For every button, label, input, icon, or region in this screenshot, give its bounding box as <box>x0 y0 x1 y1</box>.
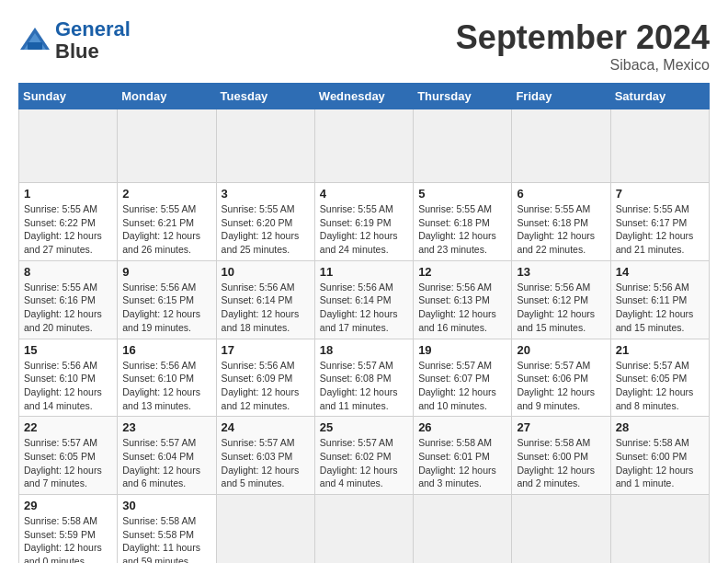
day-number: 9 <box>122 265 210 279</box>
day-info: Sunrise: 5:56 AM Sunset: 6:14 PM Dayligh… <box>320 281 408 335</box>
calendar-cell: 23Sunrise: 5:57 AM Sunset: 6:04 PM Dayli… <box>118 417 216 495</box>
day-info: Sunrise: 5:57 AM Sunset: 6:02 PM Dayligh… <box>320 436 408 490</box>
day-number: 6 <box>517 187 605 201</box>
calendar-cell: 29Sunrise: 5:58 AM Sunset: 5:59 PM Dayli… <box>19 495 118 564</box>
day-number: 12 <box>418 265 506 279</box>
calendar-cell: 3Sunrise: 5:55 AM Sunset: 6:20 PM Daylig… <box>216 183 314 261</box>
day-number: 14 <box>616 265 704 279</box>
day-number: 4 <box>320 187 408 201</box>
day-info: Sunrise: 5:56 AM Sunset: 6:10 PM Dayligh… <box>24 359 112 413</box>
day-info: Sunrise: 5:55 AM Sunset: 6:18 PM Dayligh… <box>418 202 506 257</box>
calendar-cell: 4Sunrise: 5:55 AM Sunset: 6:19 PM Daylig… <box>314 183 413 261</box>
day-info: Sunrise: 5:55 AM Sunset: 6:18 PM Dayligh… <box>517 202 605 257</box>
month-title: September 2024 <box>456 18 710 57</box>
day-info: Sunrise: 5:55 AM Sunset: 6:20 PM Dayligh… <box>222 202 310 257</box>
calendar-cell: 14Sunrise: 5:56 AM Sunset: 6:11 PM Dayli… <box>610 260 709 339</box>
calendar-cell: 25Sunrise: 5:57 AM Sunset: 6:02 PM Dayli… <box>314 417 413 495</box>
calendar-cell: 15Sunrise: 5:56 AM Sunset: 6:10 PM Dayli… <box>19 339 118 417</box>
calendar-cell <box>216 495 314 564</box>
day-number: 7 <box>616 187 704 201</box>
calendar-cell <box>314 495 413 564</box>
weekday-header-tuesday: Tuesday <box>216 84 314 109</box>
day-info: Sunrise: 5:56 AM Sunset: 6:14 PM Dayligh… <box>222 281 310 335</box>
logo-blue: Blue <box>55 40 99 63</box>
calendar-cell: 21Sunrise: 5:57 AM Sunset: 6:05 PM Dayli… <box>610 339 709 417</box>
calendar-cell: 20Sunrise: 5:57 AM Sunset: 6:06 PM Dayli… <box>512 339 610 417</box>
day-info: Sunrise: 5:58 AM Sunset: 6:00 PM Dayligh… <box>517 436 605 490</box>
calendar-cell: 11Sunrise: 5:56 AM Sunset: 6:14 PM Dayli… <box>314 260 413 339</box>
day-number: 5 <box>418 187 506 201</box>
calendar-week-1: 1Sunrise: 5:55 AM Sunset: 6:22 PM Daylig… <box>19 183 710 261</box>
weekday-header-friday: Friday <box>512 84 610 109</box>
day-info: Sunrise: 5:56 AM Sunset: 6:12 PM Dayligh… <box>517 281 605 335</box>
svg-rect-2 <box>28 42 42 50</box>
day-info: Sunrise: 5:56 AM Sunset: 6:13 PM Dayligh… <box>418 281 506 335</box>
calendar-cell: 10Sunrise: 5:56 AM Sunset: 6:14 PM Dayli… <box>216 260 314 339</box>
day-info: Sunrise: 5:56 AM Sunset: 6:11 PM Dayligh… <box>616 281 704 335</box>
day-number: 25 <box>320 420 408 434</box>
weekday-header-monday: Monday <box>118 84 216 109</box>
day-number: 30 <box>122 499 210 512</box>
day-info: Sunrise: 5:58 AM Sunset: 5:58 PM Dayligh… <box>122 514 210 563</box>
calendar-cell: 18Sunrise: 5:57 AM Sunset: 6:08 PM Dayli… <box>314 339 413 417</box>
calendar-cell: 19Sunrise: 5:57 AM Sunset: 6:07 PM Dayli… <box>414 339 512 417</box>
calendar-week-5: 29Sunrise: 5:58 AM Sunset: 5:59 PM Dayli… <box>19 495 710 564</box>
calendar-cell: 5Sunrise: 5:55 AM Sunset: 6:18 PM Daylig… <box>414 183 512 261</box>
day-info: Sunrise: 5:57 AM Sunset: 6:05 PM Dayligh… <box>24 436 112 490</box>
calendar-cell: 17Sunrise: 5:56 AM Sunset: 6:09 PM Dayli… <box>216 339 314 417</box>
calendar-cell <box>610 109 709 183</box>
page-header: General Blue September 2024 Sibaca, Mexi… <box>18 18 710 74</box>
day-info: Sunrise: 5:55 AM Sunset: 6:21 PM Dayligh… <box>122 202 210 257</box>
calendar-table: SundayMondayTuesdayWednesdayThursdayFrid… <box>18 83 710 563</box>
logo: General Blue <box>18 18 131 63</box>
day-number: 11 <box>320 265 408 279</box>
calendar-week-3: 15Sunrise: 5:56 AM Sunset: 6:10 PM Dayli… <box>19 339 710 417</box>
day-info: Sunrise: 5:55 AM Sunset: 6:19 PM Dayligh… <box>320 202 408 257</box>
day-info: Sunrise: 5:55 AM Sunset: 6:16 PM Dayligh… <box>24 281 112 335</box>
calendar-week-0 <box>19 109 710 183</box>
day-info: Sunrise: 5:58 AM Sunset: 5:59 PM Dayligh… <box>24 514 112 563</box>
calendar-cell: 2Sunrise: 5:55 AM Sunset: 6:21 PM Daylig… <box>118 183 216 261</box>
day-number: 1 <box>24 187 112 201</box>
calendar-cell: 7Sunrise: 5:55 AM Sunset: 6:17 PM Daylig… <box>610 183 709 261</box>
day-info: Sunrise: 5:57 AM Sunset: 6:08 PM Dayligh… <box>320 359 408 413</box>
logo-text: General Blue <box>55 18 131 63</box>
calendar-cell: 28Sunrise: 5:58 AM Sunset: 6:00 PM Dayli… <box>610 417 709 495</box>
calendar-cell <box>414 109 512 183</box>
day-info: Sunrise: 5:57 AM Sunset: 6:04 PM Dayligh… <box>122 436 210 490</box>
day-info: Sunrise: 5:58 AM Sunset: 6:01 PM Dayligh… <box>418 436 506 490</box>
calendar-cell: 30Sunrise: 5:58 AM Sunset: 5:58 PM Dayli… <box>118 495 216 564</box>
day-number: 26 <box>418 420 506 434</box>
day-info: Sunrise: 5:57 AM Sunset: 6:07 PM Dayligh… <box>418 359 506 413</box>
calendar-cell: 9Sunrise: 5:56 AM Sunset: 6:15 PM Daylig… <box>118 260 216 339</box>
weekday-header-wednesday: Wednesday <box>314 84 413 109</box>
location-title: Sibaca, Mexico <box>456 57 710 74</box>
day-info: Sunrise: 5:55 AM Sunset: 6:22 PM Dayligh… <box>24 202 112 257</box>
day-number: 8 <box>24 265 112 279</box>
calendar-cell <box>19 109 118 183</box>
day-number: 21 <box>616 343 704 357</box>
day-number: 27 <box>517 420 605 434</box>
calendar-cell: 12Sunrise: 5:56 AM Sunset: 6:13 PM Dayli… <box>414 260 512 339</box>
calendar-cell: 22Sunrise: 5:57 AM Sunset: 6:05 PM Dayli… <box>19 417 118 495</box>
day-number: 17 <box>222 343 310 357</box>
calendar-cell <box>512 109 610 183</box>
calendar-cell: 6Sunrise: 5:55 AM Sunset: 6:18 PM Daylig… <box>512 183 610 261</box>
day-number: 18 <box>320 343 408 357</box>
day-info: Sunrise: 5:57 AM Sunset: 6:03 PM Dayligh… <box>222 436 310 490</box>
calendar-week-4: 22Sunrise: 5:57 AM Sunset: 6:05 PM Dayli… <box>19 417 710 495</box>
weekday-header-saturday: Saturday <box>610 84 709 109</box>
day-info: Sunrise: 5:56 AM Sunset: 6:09 PM Dayligh… <box>222 359 310 413</box>
day-info: Sunrise: 5:57 AM Sunset: 6:05 PM Dayligh… <box>616 359 704 413</box>
day-number: 3 <box>222 187 310 201</box>
calendar-cell: 8Sunrise: 5:55 AM Sunset: 6:16 PM Daylig… <box>19 260 118 339</box>
weekday-header-row: SundayMondayTuesdayWednesdayThursdayFrid… <box>19 84 710 109</box>
logo-icon <box>18 24 51 57</box>
day-number: 15 <box>24 343 112 357</box>
calendar-cell: 16Sunrise: 5:56 AM Sunset: 6:10 PM Dayli… <box>118 339 216 417</box>
logo-general: General <box>55 17 131 40</box>
day-number: 13 <box>517 265 605 279</box>
weekday-header-sunday: Sunday <box>19 84 118 109</box>
day-info: Sunrise: 5:56 AM Sunset: 6:10 PM Dayligh… <box>122 359 210 413</box>
calendar-week-2: 8Sunrise: 5:55 AM Sunset: 6:16 PM Daylig… <box>19 260 710 339</box>
